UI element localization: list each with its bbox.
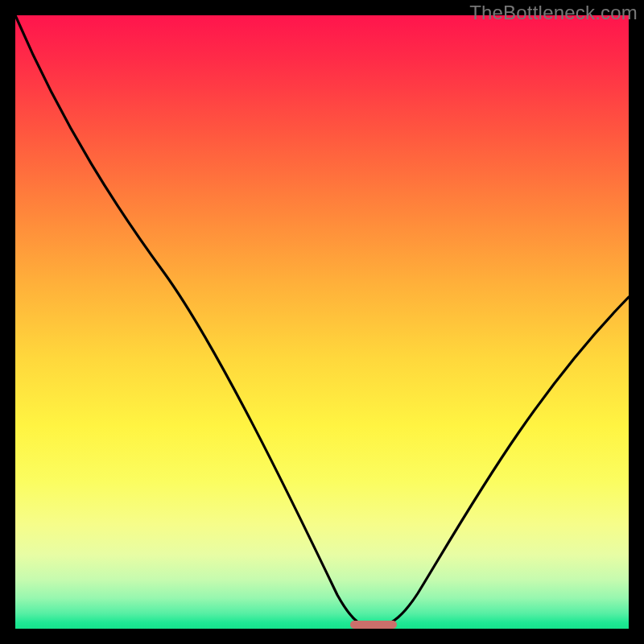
chart-frame [15, 15, 629, 629]
optimum-marker [350, 621, 397, 629]
watermark-text: TheBottleneck.com [469, 2, 638, 24]
bottleneck-curve [15, 15, 629, 629]
curve-path [15, 15, 629, 627]
